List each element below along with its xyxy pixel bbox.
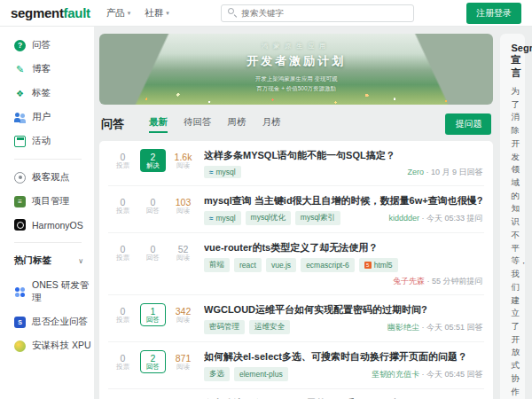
question-tags: 密码管理运维安全 bbox=[204, 320, 290, 334]
promo-banner[interactable]: 鸿蒙原生应用 开发者激励计划 开发上架鸿蒙原生应用 变现可观 百万现金 + 价值… bbox=[99, 34, 493, 105]
answers-count: 0 bbox=[151, 198, 156, 207]
tag-chip[interactable]: 运维安全 bbox=[249, 320, 290, 334]
votes-stat: 0投票 bbox=[110, 350, 136, 373]
nav-menu-社群[interactable]: 社群▾ bbox=[145, 7, 169, 20]
banner-subtitle: 鸿蒙原生应用 bbox=[99, 42, 493, 51]
question-row: 0投票0回答103阅读mysql查询 当主键id很大且自增的时候，数据量6w+查… bbox=[108, 186, 484, 233]
views-stat: 1.6k阅读 bbox=[170, 149, 196, 172]
question-content: 如何解决el-select多选、可搜索时自动换行撑开页面的问题？多选elemen… bbox=[204, 350, 482, 381]
answers-count: 0 bbox=[151, 245, 156, 254]
question-meta: 兔子先森 · 55 分钟前提问 bbox=[384, 276, 483, 287]
banner-line4: 百万现金 + 价值500万资源激励 bbox=[99, 85, 493, 93]
tag-chip[interactable]: mysql优化 bbox=[246, 211, 291, 225]
question-title[interactable]: 这样多条MYSQL语句能不能一句SQL搞定？ bbox=[204, 149, 482, 162]
sidebar-item-label: 标签 bbox=[32, 87, 51, 99]
tab-周榜[interactable]: 周榜 bbox=[228, 116, 246, 133]
votes-label: 投票 bbox=[116, 364, 129, 371]
harmony-icon bbox=[14, 219, 26, 231]
ones-icon bbox=[14, 286, 26, 298]
blog-icon: ✎ bbox=[14, 64, 26, 75]
search-input[interactable] bbox=[221, 4, 414, 22]
sidebar-main-nav: ?问答✎博客❖标签用户活动 bbox=[14, 39, 94, 147]
tag-chip[interactable]: 前端 bbox=[204, 258, 230, 272]
tag-label: 前端 bbox=[209, 260, 224, 270]
manifesto-card: SegmentFault 宣言 为了消除开发领域的知识不平等，我们建立了开放式协… bbox=[500, 34, 525, 399]
tag-chip[interactable]: 多选 bbox=[204, 367, 230, 381]
sidebar-item-label: 极客观点 bbox=[32, 171, 69, 184]
banner-title: 开发者激励计划 bbox=[99, 53, 493, 69]
nav-menu-产品[interactable]: 产品▾ bbox=[106, 7, 131, 20]
sidebar-item-HarmonyOS[interactable]: HarmonyOS bbox=[14, 219, 94, 231]
answers-stat: 1回答 bbox=[140, 303, 166, 326]
hot-tag-ONES 研发管理[interactable]: ONES 研发管理 bbox=[14, 279, 94, 304]
sfqa-icon: S bbox=[14, 317, 26, 328]
views-count: 103 bbox=[176, 198, 192, 207]
hot-tag-安谋科技 XPU[interactable]: 安谋科技 XPU bbox=[14, 340, 94, 352]
question-stats: 0投票2回答871阅读 bbox=[110, 350, 196, 381]
logo-fault: fault bbox=[64, 5, 90, 20]
author-name[interactable]: Zero bbox=[407, 168, 424, 176]
answers-stat: 2回答 bbox=[140, 350, 166, 373]
tag-label: ecmascript-6 bbox=[306, 261, 349, 270]
sidebar-item-博客[interactable]: ✎博客 bbox=[14, 63, 94, 75]
author-name[interactable]: 兔子先森 bbox=[393, 277, 425, 286]
question-footer: 多选element-plus坚韧的充值卡 · 今天 05:45 回答 bbox=[204, 367, 482, 381]
tag-label: 运维安全 bbox=[254, 322, 285, 332]
tag-chip[interactable]: ≈mysql bbox=[204, 211, 241, 225]
sidebar-item-label: 用户 bbox=[32, 111, 51, 123]
sidebar-secondary-nav: 极客观点≡项目管理HarmonyOS bbox=[14, 171, 94, 231]
sidebar-item-活动[interactable]: 活动 bbox=[14, 135, 94, 147]
question-content: 这样多条MYSQL语句能不能一句SQL搞定？≈mysqlZero · 10 月 … bbox=[204, 149, 482, 178]
tab-月榜[interactable]: 月榜 bbox=[262, 116, 281, 133]
sidebar-item-label: 项目管理 bbox=[32, 195, 69, 207]
tag-chip[interactable]: react bbox=[234, 258, 262, 272]
views-label: 阅读 bbox=[176, 317, 190, 324]
tag-chip[interactable]: vue.js bbox=[266, 258, 296, 272]
tab-最新[interactable]: 最新 bbox=[149, 116, 168, 133]
register-login-button[interactable]: 注册登录 bbox=[466, 3, 521, 24]
ask-question-button[interactable]: 提问题 bbox=[445, 113, 491, 135]
tag-chip[interactable]: ≈mysql bbox=[204, 166, 241, 178]
sidebar-item-极客观点[interactable]: 极客观点 bbox=[14, 171, 94, 184]
hot-tag-思否企业问答[interactable]: S思否企业问答 bbox=[14, 316, 94, 328]
hot-tags-title: 热门标签 bbox=[14, 254, 51, 267]
manifesto-title: SegmentFault 宣言 bbox=[511, 43, 514, 80]
sidebar-item-标签[interactable]: ❖标签 bbox=[14, 87, 94, 99]
votes-label: 投票 bbox=[116, 317, 129, 324]
author-name[interactable]: 坚韧的充值卡 bbox=[372, 370, 419, 379]
hot-tags-header[interactable]: 热门标签 ∨ bbox=[14, 254, 83, 267]
question-title[interactable]: WGCLOUD运维平台如何实现配置密码的过期时间? bbox=[204, 303, 482, 317]
activity-icon bbox=[14, 136, 26, 147]
page-content: ?问答✎博客❖标签用户活动 极客观点≡项目管理HarmonyOS 热门标签 ∨ … bbox=[0, 27, 532, 399]
author-name[interactable]: kidddder bbox=[388, 214, 419, 223]
sidebar-item-项目管理[interactable]: ≡项目管理 bbox=[14, 195, 94, 207]
tag-chip[interactable]: mysql索引 bbox=[295, 211, 340, 225]
sidebar-divider bbox=[14, 159, 82, 160]
chevron-down-icon: ▾ bbox=[128, 10, 131, 17]
question-title[interactable]: mysql查询 当主键id很大且自增的时候，数据量6w+查询也很慢? bbox=[204, 194, 482, 207]
views-stat: 52阅读 bbox=[170, 241, 196, 264]
logo-segment: segment bbox=[11, 5, 64, 20]
author-name[interactable]: 幽影绝尘 bbox=[387, 323, 419, 332]
answers-label: 解决 bbox=[146, 162, 160, 169]
nav-menu-label: 产品 bbox=[106, 7, 125, 20]
mysql-icon: ≈ bbox=[209, 168, 213, 176]
tab-待回答[interactable]: 待回答 bbox=[184, 116, 212, 133]
search-box bbox=[221, 4, 414, 22]
votes-count: 0 bbox=[121, 198, 126, 207]
question-tags: ≈mysqlmysql优化mysql索引 bbox=[204, 211, 340, 225]
tag-chip[interactable]: element-plus bbox=[234, 367, 288, 381]
votes-count: 0 bbox=[121, 245, 126, 254]
votes-stat: 0投票 bbox=[110, 194, 136, 217]
question-title[interactable]: vue-router的ts类型定义了却无法使用？ bbox=[204, 241, 482, 254]
qa-tabs: 最新待回答周榜月榜 bbox=[149, 116, 281, 133]
tag-chip[interactable]: 5html5 bbox=[359, 258, 398, 272]
geek-icon bbox=[14, 172, 26, 184]
segmentfault-logo[interactable]: segmentfault bbox=[11, 5, 90, 20]
tag-chip[interactable]: ecmascript-6 bbox=[301, 258, 355, 272]
sidebar-item-问答[interactable]: ?问答 bbox=[14, 39, 94, 51]
nav-menu: 产品▾社群▾ bbox=[106, 7, 169, 20]
tag-chip[interactable]: 密码管理 bbox=[204, 320, 245, 334]
sidebar-item-用户[interactable]: 用户 bbox=[14, 111, 94, 123]
question-title[interactable]: 如何解决el-select多选、可搜索时自动换行撑开页面的问题？ bbox=[204, 350, 482, 364]
